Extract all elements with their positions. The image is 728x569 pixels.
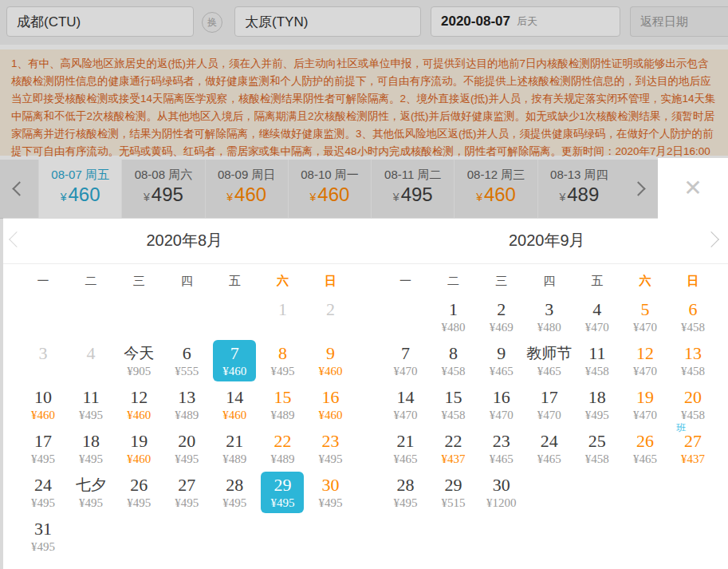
day-cell-6[interactable]: 6¥555 <box>163 342 211 385</box>
next-month-button[interactable] <box>706 234 717 248</box>
day-cell-24[interactable]: 24¥465 <box>525 429 573 473</box>
day-number: 20 <box>163 430 211 452</box>
day-cell-8[interactable]: 8¥495 <box>258 342 306 385</box>
day-cell-3: 3 <box>19 342 67 385</box>
day-cell-21[interactable]: 21¥465 <box>382 429 430 473</box>
day-cell-12[interactable]: 12¥470 <box>621 342 669 385</box>
day-price: ¥437 <box>430 452 478 466</box>
day-cell-19[interactable]: 19¥460 <box>115 429 163 473</box>
day-cell-31[interactable]: 31¥495 <box>19 517 67 561</box>
day-price: ¥470 <box>382 364 430 378</box>
day-cell-17[interactable]: 17¥470 <box>525 385 573 429</box>
day-cell-26[interactable]: 26¥495 <box>115 473 163 517</box>
day-cell-25[interactable]: 25¥458 <box>573 429 621 473</box>
day-price: ¥437 <box>669 452 717 466</box>
day-number: 9 <box>478 342 525 364</box>
day-cell-28[interactable]: 28¥495 <box>211 473 258 517</box>
day-cell-empty <box>669 473 717 517</box>
day-cell-11[interactable]: 11¥458 <box>573 342 621 385</box>
day-number: 6 <box>669 298 717 320</box>
day-price: ¥460 <box>115 452 163 466</box>
day-cell-empty <box>306 517 354 561</box>
day-number: 15 <box>258 386 306 408</box>
day-number: 23 <box>478 430 525 452</box>
day-cell-1: 1 <box>258 298 306 342</box>
weekday-row: 一二三四五六日 <box>19 264 355 298</box>
dim-overlay <box>0 0 728 219</box>
day-cell-6[interactable]: 6¥458 <box>669 298 717 342</box>
day-cell-30[interactable]: 30¥495 <box>306 473 354 517</box>
day-cell-1[interactable]: 1¥480 <box>430 298 478 342</box>
day-number: 12 <box>621 342 669 364</box>
day-cell-16[interactable]: 16¥460 <box>306 385 354 429</box>
day-cell-13[interactable]: 13¥458 <box>669 342 717 385</box>
day-cell-七夕[interactable]: 七夕¥495 <box>67 473 115 517</box>
day-cell-18[interactable]: 18¥495 <box>573 385 621 429</box>
day-price: ¥495 <box>261 496 304 510</box>
day-number: 9 <box>306 342 354 364</box>
prev-month-button[interactable] <box>11 234 22 248</box>
day-cell-18[interactable]: 18¥495 <box>67 429 115 473</box>
day-cell-教师节[interactable]: 教师节¥465 <box>525 342 573 385</box>
day-cell-28[interactable]: 28¥495 <box>382 473 430 517</box>
day-cell-7[interactable]: 7¥460 <box>211 342 258 385</box>
day-cell-16[interactable]: 16¥470 <box>478 385 525 429</box>
day-cell-3[interactable]: 3¥480 <box>525 298 573 342</box>
day-price: ¥460 <box>115 408 163 422</box>
day-cell-21[interactable]: 21¥489 <box>211 429 258 473</box>
day-cell-10[interactable]: 10¥460 <box>19 385 67 429</box>
day-cell-5[interactable]: 5¥470 <box>621 298 669 342</box>
day-price: ¥515 <box>430 496 478 510</box>
weekday-label: 日 <box>306 274 354 289</box>
day-cell-19[interactable]: 19¥470 <box>621 385 669 429</box>
day-cell-23[interactable]: 23¥495 <box>306 429 354 473</box>
price-calendar: 2020年8月 2020年9月 一二三四五六日1234今天¥9056¥5557¥… <box>0 218 728 569</box>
day-cell-7[interactable]: 7¥470 <box>382 342 430 385</box>
day-number: 28 <box>382 474 430 496</box>
day-cell-14[interactable]: 14¥470 <box>382 385 430 429</box>
day-cell-empty <box>115 517 163 561</box>
day-cell-24[interactable]: 24¥495 <box>19 473 67 517</box>
day-price: ¥480 <box>430 320 478 334</box>
day-cell-26[interactable]: 26¥465 <box>621 429 669 473</box>
day-cell-9[interactable]: 9¥460 <box>306 342 354 385</box>
day-number: 24 <box>525 430 573 452</box>
day-number: 12 <box>115 386 163 408</box>
day-cell-20[interactable]: 20¥495 <box>163 429 211 473</box>
day-cell-22[interactable]: 22¥489 <box>258 429 306 473</box>
day-cell-14[interactable]: 14¥460 <box>211 385 258 429</box>
day-cell-29[interactable]: 29¥495 <box>258 473 306 517</box>
day-cell-23[interactable]: 23¥465 <box>478 429 525 473</box>
day-number: 10 <box>19 386 67 408</box>
day-cell-2[interactable]: 2¥469 <box>478 298 525 342</box>
day-cell-8[interactable]: 8¥458 <box>430 342 478 385</box>
day-cell-9[interactable]: 9¥465 <box>478 342 525 385</box>
day-number: 教师节 <box>525 342 573 364</box>
day-cell-27[interactable]: 班27¥437 <box>669 429 717 473</box>
day-cell-22[interactable]: 22¥437 <box>430 429 478 473</box>
day-cell-12[interactable]: 12¥460 <box>115 385 163 429</box>
day-cell-29[interactable]: 29¥515 <box>430 473 478 517</box>
day-cell-27[interactable]: 27¥495 <box>163 473 211 517</box>
day-cell-15[interactable]: 15¥489 <box>258 385 306 429</box>
day-number: 11 <box>67 386 115 408</box>
day-price: ¥469 <box>478 320 525 334</box>
day-cell-13[interactable]: 13¥489 <box>163 385 211 429</box>
day-number: 25 <box>573 430 621 452</box>
close-calendar-button[interactable]: ✕ <box>658 158 728 219</box>
day-number: 16 <box>306 386 354 408</box>
calendar-row: 12 <box>19 298 355 342</box>
day-cell-17[interactable]: 17¥495 <box>19 429 67 473</box>
calendar-header: 2020年8月 2020年9月 <box>3 218 728 264</box>
weekday-label: 三 <box>115 274 163 289</box>
day-number: 1 <box>258 298 306 320</box>
day-price: ¥489 <box>163 408 211 422</box>
day-cell-4[interactable]: 4¥470 <box>573 298 621 342</box>
day-price: ¥480 <box>525 320 573 334</box>
day-cell-今天[interactable]: 今天¥905 <box>115 342 163 385</box>
day-price: ¥1200 <box>478 496 525 510</box>
day-cell-30[interactable]: 30¥1200 <box>478 473 525 517</box>
day-cell-15[interactable]: 15¥458 <box>430 385 478 429</box>
day-price: ¥495 <box>67 452 115 466</box>
day-cell-11[interactable]: 11¥495 <box>67 385 115 429</box>
